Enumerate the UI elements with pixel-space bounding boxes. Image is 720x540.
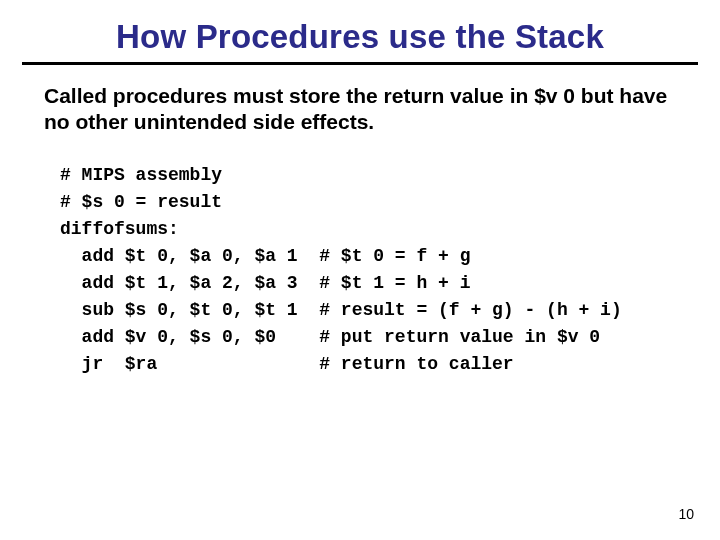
body-paragraph: Called procedures must store the return … — [44, 83, 676, 136]
title-rule — [22, 62, 698, 65]
code-block: # MIPS assembly # $s 0 = result diffofsu… — [60, 162, 676, 378]
slide-title: How Procedures use the Stack — [0, 0, 720, 62]
slide: How Procedures use the Stack Called proc… — [0, 0, 720, 540]
page-number: 10 — [678, 506, 694, 522]
